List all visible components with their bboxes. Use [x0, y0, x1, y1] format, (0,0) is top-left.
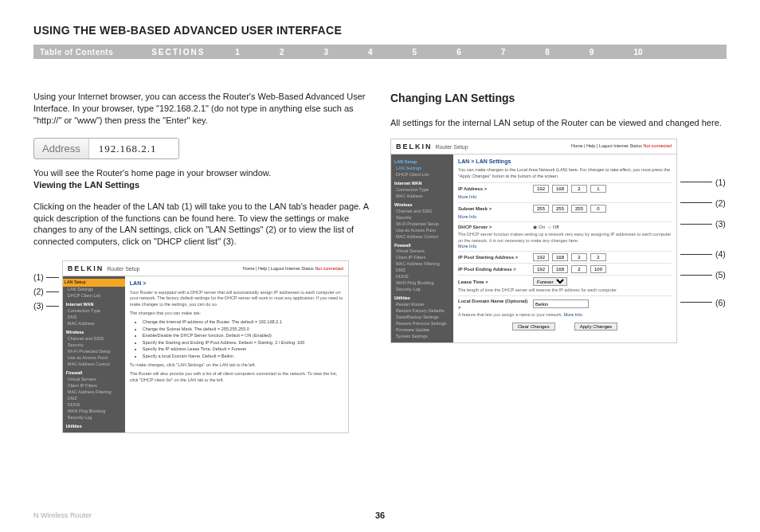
sidebar-mac-control[interactable]: MAC Address Control: [66, 362, 122, 368]
sidebar-dmz[interactable]: DMZ: [394, 268, 450, 274]
ip-oct-1[interactable]: [533, 185, 549, 193]
bullet: Change the Subnet Mask. The default = 25…: [143, 327, 343, 332]
sidebar-dmz[interactable]: DMZ: [66, 396, 122, 402]
lease-desc: The length of time the DHCP server will …: [458, 288, 672, 293]
nav-num-1[interactable]: 1: [235, 48, 240, 57]
nav-num-9[interactable]: 9: [590, 48, 594, 57]
sidebar-security-log[interactable]: Security Log: [66, 415, 122, 421]
sidebar-dhcp-client-list[interactable]: DHCP Client List: [66, 293, 122, 299]
pool-end-label: IP Pool Ending Address >: [458, 266, 530, 272]
sidebar-lan-settings[interactable]: LAN Settings: [394, 166, 450, 172]
nav-num-7[interactable]: 7: [501, 48, 506, 57]
sidebar-cat-wan[interactable]: Internet WAN: [394, 181, 450, 187]
sidebar-dns[interactable]: DNS: [66, 315, 122, 321]
sidebar-wps[interactable]: Wi-Fi Protected Setup: [66, 349, 122, 355]
sidebar-ddns[interactable]: DDNS: [66, 402, 122, 409]
sidebar-restore-defaults[interactable]: Restore Factory Defaults: [394, 308, 450, 315]
ip-oct-4[interactable]: [590, 185, 606, 193]
ip-oct-3[interactable]: [571, 185, 587, 193]
sidebar-mac-filtering[interactable]: MAC Address Filtering: [66, 389, 122, 396]
pool-end-2[interactable]: [552, 265, 568, 273]
sidebar-mac-address[interactable]: MAC Address: [394, 194, 450, 200]
sidebar-restart-router[interactable]: Restart Router: [394, 302, 450, 308]
nav-sections-label: SECTIONS: [151, 48, 205, 57]
nav-num-2[interactable]: 2: [280, 48, 284, 57]
more-info-link[interactable]: More Info: [458, 194, 672, 200]
sidebar-firmware-update[interactable]: Firmware Update: [394, 327, 450, 334]
sidebar-channel-ssid[interactable]: Channel and SSID: [394, 209, 450, 215]
sidebar-lan-settings[interactable]: LAN Settings: [66, 287, 122, 293]
sidebar-virtual-servers[interactable]: Virtual Servers: [66, 377, 122, 383]
sidebar-cat-firewall[interactable]: Firewall: [66, 370, 122, 377]
nav-toc[interactable]: Table of Contents: [40, 48, 113, 57]
nav-num-3[interactable]: 3: [323, 48, 328, 57]
sidebar-cat-wireless[interactable]: Wireless: [66, 330, 122, 336]
sidebar-system-settings[interactable]: System Settings: [394, 334, 450, 340]
page-number: 36: [375, 510, 385, 520]
dhcp-off-radio[interactable]: ○ Off: [548, 224, 559, 230]
changes-bullets: Change the Internal IP address of the Ro…: [143, 319, 343, 359]
nav-num-8[interactable]: 8: [545, 48, 550, 57]
domain-desc: A feature that lets you assign a name to…: [458, 312, 672, 318]
sidebar-cat-wireless[interactable]: Wireless: [394, 202, 450, 209]
sidebar-connection-type[interactable]: Connection Type: [66, 308, 122, 315]
sidebar-cat-lan[interactable]: LAN Setup: [63, 279, 125, 287]
sidebar-mac-filtering[interactable]: MAC Address Filtering: [394, 261, 450, 268]
sidebar-mac-address[interactable]: MAC Address: [66, 321, 122, 327]
sidebar-client-ip-filters[interactable]: Client IP Filters: [66, 383, 122, 389]
sidebar-cat-wan[interactable]: Internet WAN: [66, 302, 122, 308]
pool-end-1[interactable]: [533, 265, 549, 273]
nav-num-5[interactable]: 5: [413, 48, 417, 57]
callout-2: (2): [33, 286, 44, 297]
dhcp-desc: The DHCP server function makes setting u…: [458, 232, 672, 244]
sidebar-cat-lan[interactable]: LAN Setup: [394, 159, 450, 166]
dhcp-on-radio[interactable]: ◉ On: [533, 224, 545, 230]
subnet-oct-4[interactable]: [590, 205, 606, 213]
nav-num-4[interactable]: 4: [368, 48, 373, 57]
sidebar-cat-firewall[interactable]: Firewall: [394, 243, 450, 249]
viewing-lan-subhead: Viewing the LAN Settings: [33, 180, 139, 190]
sidebar-channel-ssid[interactable]: Channel and SSID: [66, 336, 122, 342]
lease-select[interactable]: Forever: [533, 277, 567, 286]
domain-input[interactable]: [533, 299, 589, 308]
sidebar-security[interactable]: Security: [66, 342, 122, 349]
more-info-link[interactable]: More Info: [458, 214, 672, 220]
changing-lan-intro: All settings for the internal LAN setup …: [390, 117, 727, 129]
brand-logo: BELKIN: [68, 264, 104, 272]
nav-num-10[interactable]: 10: [633, 48, 642, 57]
sidebar-restore-previous[interactable]: Restore Previous Settings: [394, 321, 450, 327]
sidebar-security-log[interactable]: Security Log: [394, 287, 450, 293]
subnet-oct-1[interactable]: [533, 205, 549, 213]
pool-start-3[interactable]: [571, 253, 587, 261]
sidebar-virtual-servers[interactable]: Virtual Servers: [394, 248, 450, 255]
sidebar-wan-ping[interactable]: WAN Ping Blocking: [66, 409, 122, 415]
apply-changes-button[interactable]: Apply Changes: [574, 323, 618, 331]
clear-changes-button[interactable]: Clear Changes: [512, 323, 555, 331]
sidebar-security[interactable]: Security: [394, 215, 450, 221]
sidebar-access-point[interactable]: Use as Access Point: [394, 228, 450, 234]
sidebar-mac-control[interactable]: MAC Address Control: [394, 234, 450, 241]
nav-num-6[interactable]: 6: [456, 48, 461, 57]
sidebar-access-point[interactable]: Use as Access Point: [66, 355, 122, 362]
sidebar-dhcp-client-list[interactable]: DHCP Client List: [394, 172, 450, 178]
sidebar-save-backup[interactable]: Save/Backup Settings: [394, 315, 450, 321]
pool-start-4[interactable]: [590, 253, 606, 261]
sidebar-cat-utilities[interactable]: Utilities: [394, 295, 450, 302]
sidebar-wps[interactable]: Wi-Fi Protected Setup: [394, 221, 450, 228]
sidebar-cat-utilities[interactable]: Utilities: [66, 424, 122, 430]
brand-logo: BELKIN: [396, 143, 433, 151]
dhcp-label: DHCP Server >: [458, 224, 530, 230]
pool-end-4[interactable]: [590, 265, 606, 273]
screenshot-lan-settings: BELKIN Router Setup Home | Help | Logout…: [390, 139, 677, 343]
pool-start-2[interactable]: [552, 253, 568, 261]
subnet-oct-2[interactable]: [552, 205, 568, 213]
subnet-oct-3[interactable]: [571, 205, 587, 213]
sidebar-connection-type[interactable]: Connection Type: [394, 187, 450, 194]
sidebar-ddns[interactable]: DDNS: [394, 274, 450, 280]
sidebar-wan-ping[interactable]: WAN Ping Blocking: [394, 280, 450, 287]
ip-oct-2[interactable]: [552, 185, 568, 193]
more-info-link[interactable]: More Info: [458, 244, 672, 249]
pool-end-3[interactable]: [571, 265, 587, 273]
pool-start-1[interactable]: [533, 253, 549, 261]
sidebar-client-ip-filters[interactable]: Client IP Filters: [394, 255, 450, 261]
